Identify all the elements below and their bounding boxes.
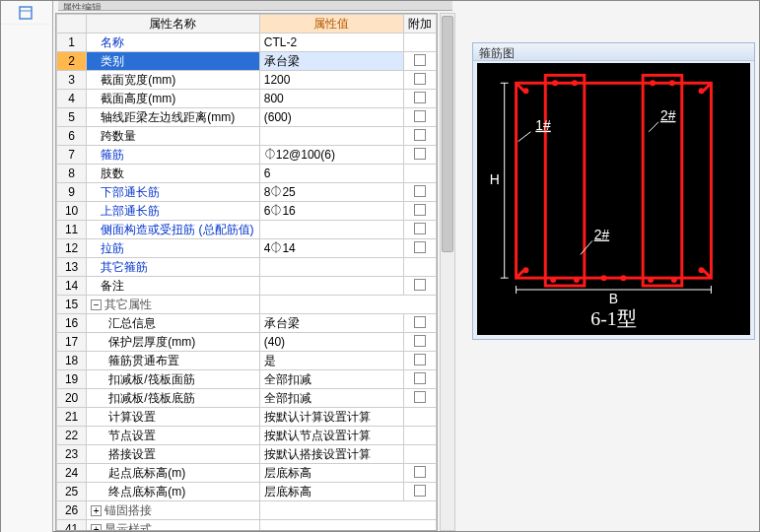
property-name-cell[interactable]: 搭接设置 (87, 445, 260, 464)
vertical-scrollbar[interactable] (440, 13, 455, 531)
extra-cell[interactable] (403, 427, 436, 445)
extra-cell[interactable] (403, 165, 436, 183)
table-row[interactable]: 10上部通长筋6⏀16 (57, 202, 437, 221)
property-value-cell[interactable]: 层底标高 (259, 464, 403, 483)
property-value-cell[interactable]: 承台梁 (259, 52, 403, 71)
property-name-cell[interactable]: 起点底标高(m) (87, 464, 260, 483)
property-value-cell[interactable]: CTL-2 (259, 33, 403, 52)
property-value-cell[interactable]: 全部扣减 (259, 370, 403, 389)
property-name-cell[interactable]: 轴线距梁左边线距离(mm) (87, 108, 260, 127)
extra-cell[interactable] (403, 333, 436, 352)
property-value-cell[interactable]: 按默认节点设置计算 (259, 427, 403, 445)
table-row[interactable]: 21计算设置按默认计算设置计算 (57, 408, 437, 427)
table-row[interactable]: 2类别承台梁 (57, 52, 437, 71)
property-name-cell[interactable]: 侧面构造或受扭筋 (总配筋值) (87, 221, 260, 239)
table-row[interactable]: 6跨数量 (57, 127, 437, 146)
expand-collapse-icon[interactable]: − (91, 299, 102, 310)
property-value-cell[interactable]: (40) (259, 333, 403, 352)
property-value-cell[interactable] (259, 127, 403, 146)
extra-cell[interactable] (403, 221, 436, 239)
table-row[interactable]: 7箍筋⏀12@100(6) (57, 146, 437, 165)
property-name-cell[interactable]: 类别 (87, 52, 260, 71)
property-value-cell[interactable]: 8⏀25 (259, 183, 403, 202)
property-name-cell[interactable]: 名称 (87, 33, 260, 52)
table-row[interactable]: 23搭接设置按默认搭接设置计算 (57, 445, 437, 464)
checkbox-icon[interactable] (414, 73, 426, 85)
extra-cell[interactable] (403, 183, 436, 202)
property-value-cell[interactable]: 按默认搭接设置计算 (259, 445, 403, 464)
toolbar-icon-1[interactable] (1, 1, 50, 25)
extra-cell[interactable] (403, 314, 436, 333)
checkbox-icon[interactable] (414, 129, 426, 141)
extra-cell[interactable] (403, 33, 436, 52)
expand-collapse-icon[interactable]: + (91, 505, 102, 516)
property-value-cell[interactable]: 承台梁 (259, 314, 403, 333)
extra-cell[interactable] (403, 202, 436, 221)
checkbox-icon[interactable] (414, 92, 426, 103)
extra-cell[interactable] (403, 370, 436, 389)
extra-cell[interactable] (403, 127, 436, 146)
extra-cell[interactable] (403, 389, 436, 408)
checkbox-icon[interactable] (414, 110, 426, 122)
extra-cell[interactable] (403, 445, 436, 464)
property-name-cell[interactable]: 其它箍筋 (87, 258, 260, 277)
table-row[interactable]: 13其它箍筋 (57, 258, 437, 277)
checkbox-icon[interactable] (414, 279, 426, 291)
table-row[interactable]: 19扣减板/筏板面筋全部扣减 (57, 370, 437, 389)
extra-cell[interactable] (403, 352, 436, 370)
table-row[interactable]: 3截面宽度(mm)1200 (57, 71, 437, 90)
extra-cell[interactable] (403, 277, 436, 296)
property-name-cell[interactable]: 备注 (87, 277, 260, 296)
property-value-cell[interactable] (259, 258, 403, 277)
property-name-cell[interactable]: 终点底标高(m) (87, 483, 260, 501)
property-name-cell[interactable]: 扣减板/筏板面筋 (87, 370, 260, 389)
property-name-cell[interactable]: 扣减板/筏板底筋 (87, 389, 260, 408)
property-name-cell[interactable]: 肢数 (87, 165, 260, 183)
table-row[interactable]: 12拉筋4⏀14 (57, 239, 437, 258)
property-value-cell[interactable]: 是 (259, 352, 403, 370)
extra-cell[interactable] (403, 90, 436, 108)
property-name-cell[interactable]: +锚固搭接 (87, 501, 260, 520)
property-name-cell[interactable]: 下部通长筋 (87, 183, 260, 202)
table-row[interactable]: 15−其它属性 (57, 296, 437, 314)
property-name-cell[interactable]: −其它属性 (87, 296, 260, 314)
table-row[interactable]: 26+锚固搭接 (57, 501, 437, 520)
property-name-cell[interactable]: 截面高度(mm) (87, 90, 260, 108)
checkbox-icon[interactable] (414, 148, 426, 160)
property-value-cell[interactable] (259, 221, 403, 239)
checkbox-icon[interactable] (414, 185, 426, 197)
property-name-cell[interactable]: 箍筋贯通布置 (87, 352, 260, 370)
property-value-cell[interactable] (259, 277, 403, 296)
extra-cell[interactable] (403, 483, 436, 501)
property-value-cell[interactable]: 1200 (259, 71, 403, 90)
property-name-cell[interactable]: 跨数量 (87, 127, 260, 146)
expand-collapse-icon[interactable]: + (91, 524, 102, 532)
table-row[interactable]: 20扣减板/筏板底筋全部扣减 (57, 389, 437, 408)
property-name-cell[interactable]: 汇总信息 (87, 314, 260, 333)
property-value-cell[interactable]: 按默认计算设置计算 (259, 408, 403, 427)
property-name-cell[interactable]: 截面宽度(mm) (87, 71, 260, 90)
scrollbar-thumb[interactable] (442, 16, 453, 252)
checkbox-icon[interactable] (414, 204, 426, 216)
checkbox-icon[interactable] (414, 241, 426, 253)
table-row[interactable]: 1名称CTL-2 (57, 33, 437, 52)
table-row[interactable]: 9下部通长筋8⏀25 (57, 183, 437, 202)
property-value-cell[interactable]: 6 (259, 165, 403, 183)
property-value-cell[interactable]: ⏀12@100(6) (259, 146, 403, 165)
table-row[interactable]: 24起点底标高(m)层底标高 (57, 464, 437, 483)
table-row[interactable]: 22节点设置按默认节点设置计算 (57, 427, 437, 445)
property-name-cell[interactable]: 计算设置 (87, 408, 260, 427)
checkbox-icon[interactable] (414, 485, 426, 497)
checkbox-icon[interactable] (414, 54, 426, 66)
property-name-cell[interactable]: +显示样式 (87, 520, 260, 532)
table-row[interactable]: 14备注 (57, 277, 437, 296)
checkbox-icon[interactable] (414, 372, 426, 384)
checkbox-icon[interactable] (414, 335, 426, 347)
extra-cell[interactable] (403, 258, 436, 277)
checkbox-icon[interactable] (414, 316, 426, 328)
property-name-cell[interactable]: 节点设置 (87, 427, 260, 445)
table-row[interactable]: 17保护层厚度(mm)(40) (57, 333, 437, 352)
extra-cell[interactable] (403, 108, 436, 127)
table-row[interactable]: 25终点底标高(m)层底标高 (57, 483, 437, 501)
extra-cell[interactable] (403, 52, 436, 71)
